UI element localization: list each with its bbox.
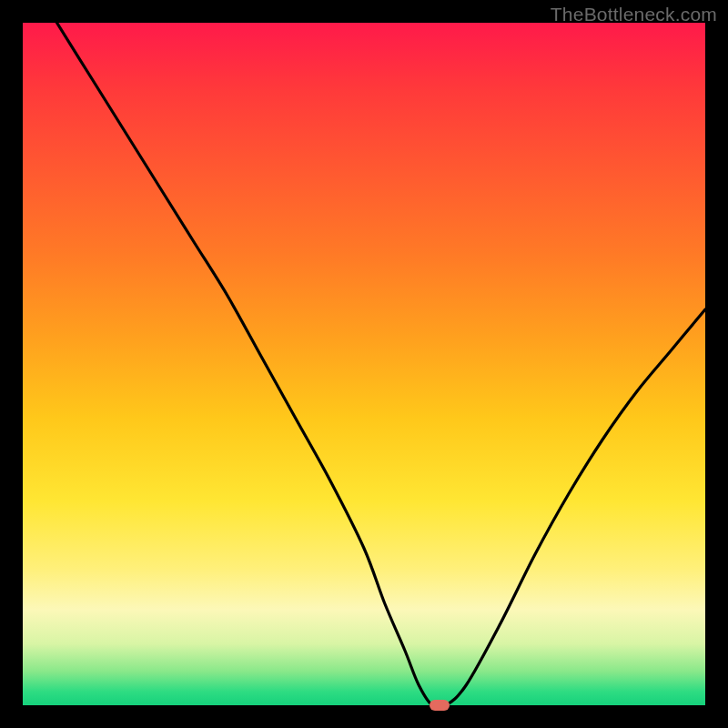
optimal-marker bbox=[430, 700, 450, 711]
bottleneck-curve bbox=[57, 23, 706, 705]
plot-area bbox=[23, 23, 705, 705]
chart-frame: TheBottleneck.com bbox=[0, 0, 728, 728]
curve-svg bbox=[23, 23, 705, 705]
